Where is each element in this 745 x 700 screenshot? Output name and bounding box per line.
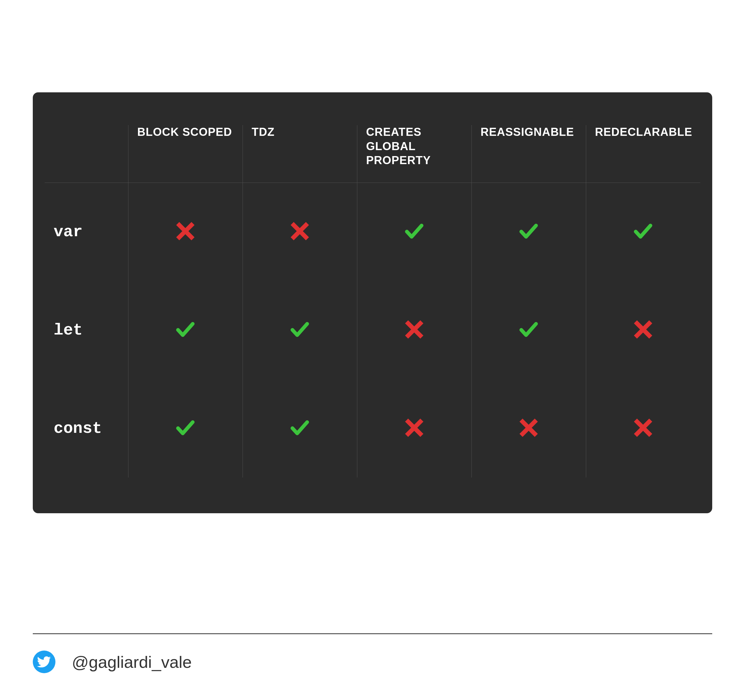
table-cell	[128, 281, 242, 379]
table-header: REDECLARABLE	[586, 125, 700, 183]
twitter-handle: @gagliardi_vale	[72, 652, 191, 672]
table-cell	[357, 281, 471, 379]
table-cell	[242, 379, 357, 478]
check-icon	[518, 319, 539, 340]
table-header-row: BLOCK SCOPED TDZ CREATES GLOBAL PROPERTY…	[45, 125, 700, 183]
table-cell	[357, 379, 471, 478]
comparison-card: BLOCK SCOPED TDZ CREATES GLOBAL PROPERTY…	[33, 93, 712, 513]
table-header-empty	[45, 125, 128, 183]
cross-icon	[404, 319, 425, 340]
check-icon	[289, 319, 310, 340]
table-cell	[357, 183, 471, 281]
table-header: TDZ	[242, 125, 357, 183]
cross-icon	[289, 221, 310, 242]
cross-icon	[633, 319, 654, 340]
table-cell	[471, 379, 586, 478]
table-row: let	[45, 281, 700, 379]
check-icon	[633, 221, 654, 242]
table-cell	[586, 183, 700, 281]
table-body: varletconst	[45, 183, 700, 478]
cross-icon	[404, 417, 425, 438]
table-row: var	[45, 183, 700, 281]
cross-icon	[633, 417, 654, 438]
table-cell	[128, 379, 242, 478]
table-cell	[242, 183, 357, 281]
comparison-table: BLOCK SCOPED TDZ CREATES GLOBAL PROPERTY…	[45, 125, 700, 478]
twitter-icon	[33, 651, 55, 673]
row-label: const	[45, 379, 128, 478]
check-icon	[289, 417, 310, 438]
check-icon	[518, 221, 539, 242]
table-cell	[471, 183, 586, 281]
cross-icon	[175, 221, 196, 242]
page: BLOCK SCOPED TDZ CREATES GLOBAL PROPERTY…	[0, 0, 745, 700]
check-icon	[175, 319, 196, 340]
table-header: REASSIGNABLE	[471, 125, 586, 183]
cross-icon	[518, 417, 539, 438]
check-icon	[175, 417, 196, 438]
footer: @gagliardi_vale	[33, 651, 712, 673]
table-cell	[471, 281, 586, 379]
table-header: CREATES GLOBAL PROPERTY	[357, 125, 471, 183]
table-cell	[242, 281, 357, 379]
row-label: var	[45, 183, 128, 281]
footer-divider	[33, 633, 712, 634]
table-row: const	[45, 379, 700, 478]
table-cell	[586, 379, 700, 478]
row-label: let	[45, 281, 128, 379]
check-icon	[404, 221, 425, 242]
table-cell	[586, 281, 700, 379]
table-cell	[128, 183, 242, 281]
table-header: BLOCK SCOPED	[128, 125, 242, 183]
